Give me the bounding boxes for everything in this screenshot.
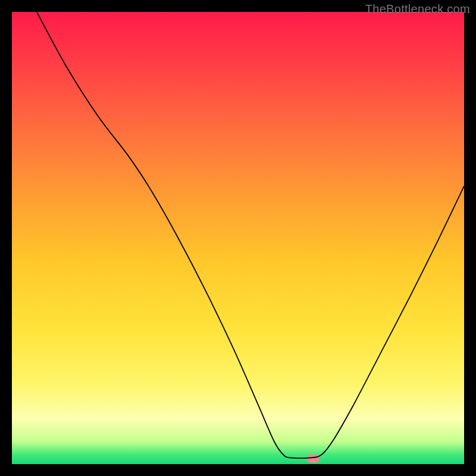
plot-area: [12, 12, 464, 464]
curve-layer: [12, 12, 464, 464]
bottleneck-curve: [37, 12, 464, 458]
chart-frame: TheBottleneck.com: [0, 0, 476, 476]
watermark-text: TheBottleneck.com: [365, 2, 470, 16]
